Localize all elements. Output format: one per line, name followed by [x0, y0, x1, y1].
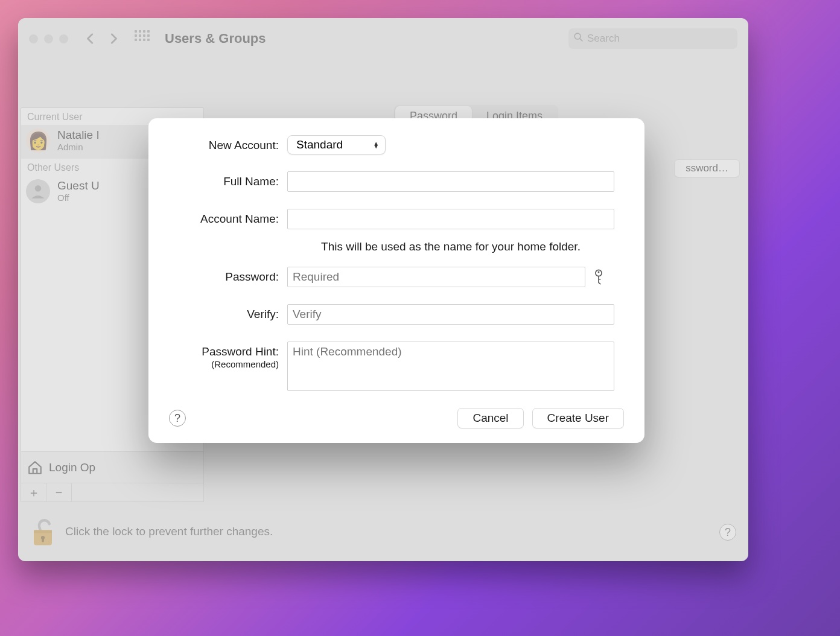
lock-help-text: Click the lock to prevent further change…	[65, 525, 273, 538]
user-name: Natalie I	[57, 129, 100, 142]
add-remove-spacer	[72, 483, 203, 501]
account-name-label: Account Name:	[169, 209, 287, 226]
user-name: Guest U	[57, 180, 100, 192]
full-name-label: Full Name:	[169, 171, 287, 189]
hint-label: Password Hint: (Recommended)	[169, 342, 287, 370]
footer: Click the lock to prevent further change…	[18, 502, 748, 561]
new-user-sheet: New Account: Standard ▲▼ Full Name: Acco…	[148, 118, 644, 443]
account-name-field[interactable]	[287, 209, 614, 229]
search-input[interactable]: Search	[568, 28, 737, 49]
add-user-button[interactable]: ＋	[21, 483, 46, 501]
avatar: 👩	[26, 129, 50, 153]
back-button[interactable]	[83, 29, 98, 48]
help-button[interactable]: ?	[169, 410, 186, 427]
hint-field[interactable]	[287, 342, 614, 391]
account-name-hint: This will be used as the name for your h…	[287, 240, 614, 253]
forward-button[interactable]	[106, 29, 121, 48]
svg-line-1	[580, 39, 582, 41]
user-role: Off	[57, 192, 100, 203]
add-remove-bar: ＋ −	[21, 483, 203, 501]
help-button[interactable]: ?	[719, 524, 736, 541]
home-icon	[27, 460, 43, 475]
password-field[interactable]	[287, 267, 585, 287]
svg-rect-6	[42, 538, 44, 542]
new-account-type-value: Standard	[296, 138, 343, 151]
login-options-label: Login Op	[49, 461, 95, 474]
show-all-icon[interactable]	[135, 30, 151, 47]
remove-user-button[interactable]: −	[46, 483, 72, 501]
login-options-row[interactable]: Login Op	[21, 451, 203, 483]
window-title: Users & Groups	[165, 31, 266, 46]
svg-point-8	[598, 272, 600, 273]
verify-label: Verify:	[169, 304, 287, 322]
lock-icon[interactable]	[30, 517, 56, 547]
search-icon	[573, 32, 584, 45]
user-role: Admin	[57, 142, 100, 152]
cancel-button[interactable]: Cancel	[457, 408, 523, 428]
new-account-type-select[interactable]: Standard ▲▼	[287, 135, 386, 154]
new-account-label: New Account:	[169, 135, 287, 153]
toolbar: Users & Groups Search	[18, 18, 748, 59]
chevron-up-down-icon: ▲▼	[373, 142, 379, 148]
key-icon[interactable]	[593, 269, 605, 285]
traffic-lights	[29, 34, 68, 43]
search-placeholder: Search	[587, 33, 620, 45]
full-name-field[interactable]	[287, 171, 614, 192]
create-user-button[interactable]: Create User	[532, 408, 624, 428]
zoom-window-button[interactable]	[59, 34, 68, 43]
avatar	[26, 179, 50, 203]
change-password-button[interactable]: ssword…	[674, 159, 740, 177]
svg-point-2	[35, 185, 42, 192]
minimize-window-button[interactable]	[44, 34, 53, 43]
svg-rect-4	[34, 530, 52, 533]
verify-field[interactable]	[287, 304, 614, 325]
close-window-button[interactable]	[29, 34, 38, 43]
password-label: Password:	[169, 267, 287, 284]
